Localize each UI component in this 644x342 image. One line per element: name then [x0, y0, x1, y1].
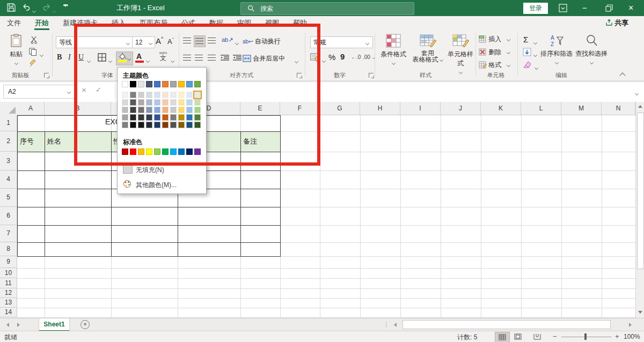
- column-header-M[interactable]: M: [561, 102, 602, 115]
- cut-icon[interactable]: [30, 36, 38, 46]
- column-header-H[interactable]: H: [360, 102, 400, 115]
- redo-dropdown-icon[interactable]: [53, 7, 56, 14]
- autosum-dropdown-icon[interactable]: [533, 39, 537, 46]
- hscroll-left-icon[interactable]: [394, 323, 397, 327]
- column-header-J[interactable]: J: [441, 102, 481, 115]
- name-box[interactable]: A2: [3, 85, 75, 99]
- scroll-down-icon[interactable]: [638, 311, 642, 314]
- decrease-decimal-icon[interactable]: .00→: [363, 54, 376, 60]
- find-select-button[interactable]: 查找和选择: [574, 34, 609, 66]
- minimize-button[interactable]: −: [582, 0, 587, 16]
- row-header-6[interactable]: 6: [0, 207, 17, 225]
- conditional-formatting-button[interactable]: 条件格式: [378, 33, 409, 66]
- cell-b2[interactable]: 姓名: [47, 131, 61, 152]
- autosum-icon[interactable]: Σ: [523, 35, 528, 44]
- fill-down-icon[interactable]: [523, 48, 531, 58]
- gridline: [441, 115, 441, 317]
- insert-cells-icon: [479, 35, 487, 43]
- column-header-I[interactable]: I: [400, 102, 441, 115]
- column-header-N[interactable]: N: [602, 102, 635, 115]
- hscroll-right-icon[interactable]: [629, 323, 632, 327]
- paste-button[interactable]: 粘贴: [5, 34, 27, 66]
- sort-filter-button[interactable]: AZ 排序和筛选: [540, 34, 573, 66]
- normal-view-icon[interactable]: [495, 332, 510, 342]
- sheet-tab-sheet1[interactable]: Sheet1: [39, 318, 70, 331]
- row-header-1[interactable]: 1: [0, 115, 17, 131]
- column-header-G[interactable]: G: [320, 102, 360, 115]
- format-painter-icon[interactable]: [29, 58, 38, 69]
- expand-formula-bar-icon[interactable]: [635, 90, 639, 97]
- clear-dropdown-icon[interactable]: [535, 64, 538, 71]
- row-header-5[interactable]: 5: [0, 189, 17, 207]
- zoom-in-icon[interactable]: +: [615, 332, 619, 340]
- comma-style-icon[interactable]: 9: [340, 52, 345, 61]
- restore-button[interactable]: [605, 4, 613, 13]
- undo-dropdown-icon[interactable]: [32, 7, 36, 14]
- close-button[interactable]: ×: [628, 0, 633, 16]
- number-dialog-launcher-icon[interactable]: [369, 73, 374, 78]
- page-layout-view-icon[interactable]: [514, 333, 522, 341]
- redo-icon[interactable]: [42, 3, 52, 14]
- format-cells-button[interactable]: 格式: [479, 61, 510, 70]
- more-colors-item[interactable]: 其他颜色(M)...: [118, 178, 206, 192]
- tab-file[interactable]: 文件: [0, 16, 28, 31]
- zoom-out-icon[interactable]: −: [553, 332, 557, 340]
- column-header-A[interactable]: A: [17, 102, 45, 115]
- undo-icon[interactable]: [21, 3, 31, 14]
- percent-style-icon[interactable]: %: [328, 53, 335, 62]
- column-header-K[interactable]: K: [481, 102, 521, 115]
- sheet-prev-icon[interactable]: [6, 323, 9, 327]
- title-bar: 工作簿1 - Excel 搜索 登录 − ×: [0, 0, 644, 16]
- row-header-9[interactable]: 9: [0, 256, 17, 268]
- page-break-view-icon[interactable]: [533, 333, 541, 341]
- sheet-next-icon[interactable]: [17, 323, 20, 327]
- clipboard-dialog-launcher-icon[interactable]: [44, 73, 49, 78]
- tab-home[interactable]: 开始: [28, 16, 56, 31]
- fill-dropdown-icon[interactable]: [533, 51, 537, 58]
- accounting-dropdown-icon[interactable]: [322, 57, 326, 64]
- row-header-11[interactable]: 11: [0, 278, 17, 288]
- search-box[interactable]: 搜索: [240, 2, 414, 15]
- qat-customize-icon[interactable]: [63, 5, 68, 14]
- increase-decimal-icon[interactable]: ←.0: [351, 54, 361, 60]
- column-header-L[interactable]: L: [521, 102, 561, 115]
- gridline: [17, 288, 635, 289]
- insert-cells-button[interactable]: 插入: [479, 35, 510, 44]
- copy-dropdown-icon[interactable]: [40, 51, 43, 58]
- italic-button[interactable]: I: [68, 53, 71, 62]
- row-header-10[interactable]: 10: [0, 268, 17, 278]
- collapse-ribbon-icon[interactable]: [619, 72, 625, 78]
- delete-cells-icon: [479, 48, 487, 56]
- vertical-scrollbar-thumb[interactable]: [637, 113, 644, 269]
- clipboard-group-label: 剪贴板: [4, 71, 36, 79]
- zoom-slider-thumb[interactable]: [584, 333, 587, 340]
- zoom-level[interactable]: 100%: [624, 333, 640, 340]
- row-header-14[interactable]: 14: [0, 308, 17, 317]
- save-icon[interactable]: [6, 3, 16, 14]
- horizontal-scrollbar-thumb[interactable]: [402, 320, 611, 329]
- sign-in-button[interactable]: 登录: [523, 3, 548, 14]
- format-as-table-button[interactable]: 套用表格格式: [411, 33, 444, 63]
- cell-a2[interactable]: 序号: [20, 131, 34, 152]
- clear-icon[interactable]: [523, 61, 532, 70]
- ribbon-display-options-icon[interactable]: [558, 3, 568, 14]
- row-header-2[interactable]: 2: [0, 131, 17, 152]
- bold-button[interactable]: B: [57, 53, 62, 62]
- horizontal-scrollbar[interactable]: [401, 319, 626, 329]
- new-sheet-icon[interactable]: +: [80, 320, 90, 329]
- delete-cells-button[interactable]: 删除: [479, 48, 510, 57]
- tabbar-splitter-icon[interactable]: ⋮: [383, 321, 390, 328]
- share-button[interactable]: 共享: [605, 18, 628, 28]
- row-header-12[interactable]: 12: [0, 288, 17, 298]
- copy-icon[interactable]: [29, 48, 37, 57]
- cell-styles-button[interactable]: 单元格样式: [447, 33, 474, 76]
- scroll-up-icon[interactable]: [638, 105, 642, 108]
- vertical-scrollbar[interactable]: [635, 102, 644, 318]
- select-all-corner[interactable]: [0, 102, 18, 116]
- row-header-13[interactable]: 13: [0, 298, 17, 308]
- row-header-8[interactable]: 8: [0, 242, 17, 256]
- row-header-4[interactable]: 4: [0, 170, 17, 189]
- row-header-3[interactable]: 3: [0, 152, 17, 170]
- row-header-7[interactable]: 7: [0, 225, 17, 242]
- zoom-slider[interactable]: [561, 337, 612, 337]
